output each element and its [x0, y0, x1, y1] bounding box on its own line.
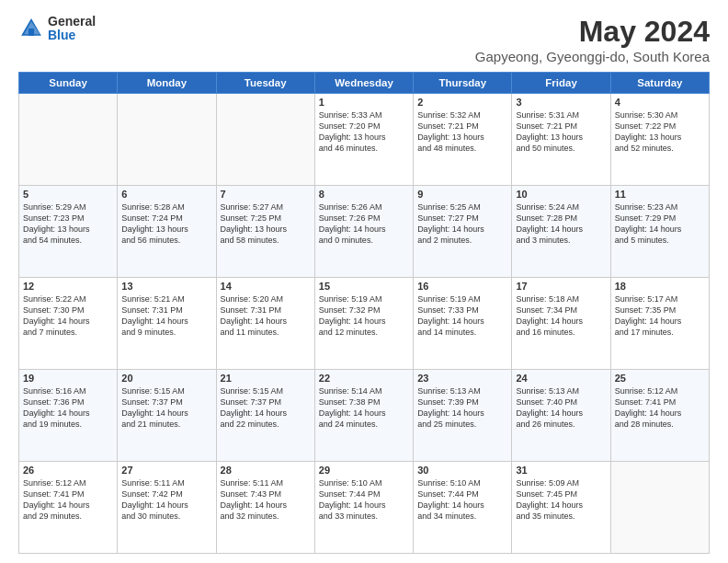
logo-text: General Blue: [48, 15, 96, 43]
day-number: 6: [121, 189, 211, 200]
day-number: 25: [615, 373, 705, 384]
week-row-2: 5Sunrise: 5:29 AM Sunset: 7:23 PM Daylig…: [19, 186, 710, 278]
day-info: Sunrise: 5:15 AM Sunset: 7:37 PM Dayligh…: [221, 385, 311, 431]
day-number: 1: [319, 97, 409, 108]
calendar-cell: 12Sunrise: 5:22 AM Sunset: 7:30 PM Dayli…: [19, 278, 118, 370]
calendar-cell: 6Sunrise: 5:28 AM Sunset: 7:24 PM Daylig…: [118, 186, 216, 278]
day-number: 4: [615, 97, 705, 108]
calendar-cell: 23Sunrise: 5:13 AM Sunset: 7:39 PM Dayli…: [414, 370, 512, 462]
title-block: May 2024 Gapyeong, Gyeonggi-do, South Ko…: [475, 15, 710, 64]
day-info: Sunrise: 5:32 AM Sunset: 7:21 PM Dayligh…: [417, 109, 507, 155]
day-info: Sunrise: 5:30 AM Sunset: 7:22 PM Dayligh…: [615, 109, 705, 155]
day-number: 8: [319, 189, 409, 200]
logo-blue-text: Blue: [48, 29, 96, 42]
day-info: Sunrise: 5:11 AM Sunset: 7:43 PM Dayligh…: [221, 477, 311, 523]
calendar-cell: 2Sunrise: 5:32 AM Sunset: 7:21 PM Daylig…: [414, 94, 512, 186]
calendar-cell: 5Sunrise: 5:29 AM Sunset: 7:23 PM Daylig…: [19, 186, 118, 278]
day-number: 26: [23, 465, 113, 476]
day-number: 17: [516, 281, 606, 292]
calendar-cell: 29Sunrise: 5:10 AM Sunset: 7:44 PM Dayli…: [314, 462, 413, 554]
day-header-thursday: Thursday: [414, 73, 512, 94]
calendar-cell: 26Sunrise: 5:12 AM Sunset: 7:41 PM Dayli…: [19, 462, 118, 554]
calendar-cell: 17Sunrise: 5:18 AM Sunset: 7:34 PM Dayli…: [512, 278, 610, 370]
day-info: Sunrise: 5:27 AM Sunset: 7:25 PM Dayligh…: [221, 201, 311, 247]
logo: General Blue: [18, 15, 96, 43]
calendar-cell: 25Sunrise: 5:12 AM Sunset: 7:41 PM Dayli…: [610, 370, 709, 462]
calendar-page: General Blue May 2024 Gapyeong, Gyeonggi…: [0, 0, 728, 563]
day-header-saturday: Saturday: [610, 73, 709, 94]
day-info: Sunrise: 5:18 AM Sunset: 7:34 PM Dayligh…: [516, 293, 606, 339]
day-number: 24: [516, 373, 606, 384]
calendar-cell: 14Sunrise: 5:20 AM Sunset: 7:31 PM Dayli…: [216, 278, 314, 370]
day-number: 2: [417, 97, 507, 108]
calendar-cell: 24Sunrise: 5:13 AM Sunset: 7:40 PM Dayli…: [512, 370, 610, 462]
subtitle: Gapyeong, Gyeonggi-do, South Korea: [475, 49, 710, 64]
day-info: Sunrise: 5:10 AM Sunset: 7:44 PM Dayligh…: [319, 477, 409, 523]
calendar-cell: 18Sunrise: 5:17 AM Sunset: 7:35 PM Dayli…: [610, 278, 709, 370]
day-info: Sunrise: 5:09 AM Sunset: 7:45 PM Dayligh…: [516, 477, 606, 523]
calendar-cell: 13Sunrise: 5:21 AM Sunset: 7:31 PM Dayli…: [118, 278, 216, 370]
calendar-cell: 15Sunrise: 5:19 AM Sunset: 7:32 PM Dayli…: [314, 278, 413, 370]
day-number: 19: [23, 373, 113, 384]
calendar-cell: 8Sunrise: 5:26 AM Sunset: 7:26 PM Daylig…: [314, 186, 413, 278]
day-number: 9: [417, 189, 507, 200]
day-number: 31: [516, 465, 606, 476]
calendar-cell: 7Sunrise: 5:27 AM Sunset: 7:25 PM Daylig…: [216, 186, 314, 278]
calendar-cell: 3Sunrise: 5:31 AM Sunset: 7:21 PM Daylig…: [512, 94, 610, 186]
day-info: Sunrise: 5:28 AM Sunset: 7:24 PM Dayligh…: [121, 201, 211, 247]
calendar-cell: 21Sunrise: 5:15 AM Sunset: 7:37 PM Dayli…: [216, 370, 314, 462]
day-number: 30: [417, 465, 507, 476]
day-info: Sunrise: 5:22 AM Sunset: 7:30 PM Dayligh…: [23, 293, 113, 339]
header: General Blue May 2024 Gapyeong, Gyeonggi…: [18, 15, 710, 64]
week-row-1: 1Sunrise: 5:33 AM Sunset: 7:20 PM Daylig…: [19, 94, 710, 186]
day-info: Sunrise: 5:20 AM Sunset: 7:31 PM Dayligh…: [221, 293, 311, 339]
day-number: 16: [417, 281, 507, 292]
day-info: Sunrise: 5:25 AM Sunset: 7:27 PM Dayligh…: [417, 201, 507, 247]
day-info: Sunrise: 5:26 AM Sunset: 7:26 PM Dayligh…: [319, 201, 409, 247]
day-info: Sunrise: 5:12 AM Sunset: 7:41 PM Dayligh…: [23, 477, 113, 523]
calendar-cell: 19Sunrise: 5:16 AM Sunset: 7:36 PM Dayli…: [19, 370, 118, 462]
day-number: 28: [221, 465, 311, 476]
calendar-cell: 10Sunrise: 5:24 AM Sunset: 7:28 PM Dayli…: [512, 186, 610, 278]
day-number: 7: [221, 189, 311, 200]
logo-icon: [18, 16, 44, 41]
day-number: 3: [516, 97, 606, 108]
day-header-friday: Friday: [512, 73, 610, 94]
calendar-cell: 31Sunrise: 5:09 AM Sunset: 7:45 PM Dayli…: [512, 462, 610, 554]
week-row-5: 26Sunrise: 5:12 AM Sunset: 7:41 PM Dayli…: [19, 462, 710, 554]
calendar-cell: 30Sunrise: 5:10 AM Sunset: 7:44 PM Dayli…: [414, 462, 512, 554]
day-info: Sunrise: 5:14 AM Sunset: 7:38 PM Dayligh…: [319, 385, 409, 431]
day-number: 27: [121, 465, 211, 476]
day-number: 13: [121, 281, 211, 292]
header-row: SundayMondayTuesdayWednesdayThursdayFrid…: [19, 73, 710, 94]
calendar-cell: 16Sunrise: 5:19 AM Sunset: 7:33 PM Dayli…: [414, 278, 512, 370]
main-title: May 2024: [475, 15, 710, 49]
day-info: Sunrise: 5:10 AM Sunset: 7:44 PM Dayligh…: [417, 477, 507, 523]
svg-rect-2: [28, 29, 34, 36]
calendar-table: SundayMondayTuesdayWednesdayThursdayFrid…: [18, 72, 710, 554]
day-header-monday: Monday: [118, 73, 216, 94]
day-number: 20: [121, 373, 211, 384]
calendar-cell: 11Sunrise: 5:23 AM Sunset: 7:29 PM Dayli…: [610, 186, 709, 278]
day-number: 21: [221, 373, 311, 384]
day-info: Sunrise: 5:19 AM Sunset: 7:32 PM Dayligh…: [319, 293, 409, 339]
calendar-cell: 22Sunrise: 5:14 AM Sunset: 7:38 PM Dayli…: [314, 370, 413, 462]
day-number: 5: [23, 189, 113, 200]
week-row-3: 12Sunrise: 5:22 AM Sunset: 7:30 PM Dayli…: [19, 278, 710, 370]
calendar-cell: [19, 94, 118, 186]
week-row-4: 19Sunrise: 5:16 AM Sunset: 7:36 PM Dayli…: [19, 370, 710, 462]
day-info: Sunrise: 5:13 AM Sunset: 7:40 PM Dayligh…: [516, 385, 606, 431]
day-info: Sunrise: 5:15 AM Sunset: 7:37 PM Dayligh…: [121, 385, 211, 431]
calendar-cell: 27Sunrise: 5:11 AM Sunset: 7:42 PM Dayli…: [118, 462, 216, 554]
day-info: Sunrise: 5:12 AM Sunset: 7:41 PM Dayligh…: [615, 385, 705, 431]
day-header-sunday: Sunday: [19, 73, 118, 94]
day-number: 10: [516, 189, 606, 200]
day-number: 12: [23, 281, 113, 292]
calendar-cell: 20Sunrise: 5:15 AM Sunset: 7:37 PM Dayli…: [118, 370, 216, 462]
day-info: Sunrise: 5:16 AM Sunset: 7:36 PM Dayligh…: [23, 385, 113, 431]
calendar-cell: [118, 94, 216, 186]
day-info: Sunrise: 5:13 AM Sunset: 7:39 PM Dayligh…: [417, 385, 507, 431]
day-info: Sunrise: 5:17 AM Sunset: 7:35 PM Dayligh…: [615, 293, 705, 339]
day-number: 11: [615, 189, 705, 200]
calendar-cell: [610, 462, 709, 554]
